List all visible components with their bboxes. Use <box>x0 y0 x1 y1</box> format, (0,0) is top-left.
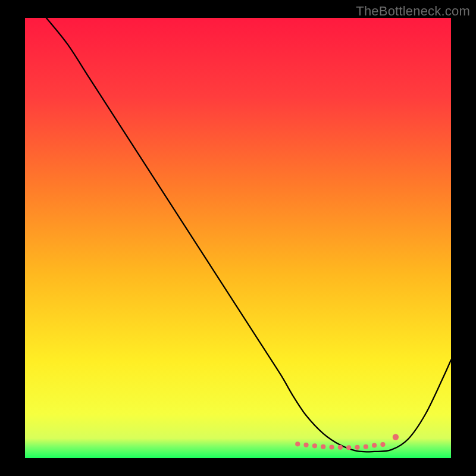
marker-dot <box>338 445 343 450</box>
marker-dot <box>380 442 385 447</box>
marker-dot <box>393 434 399 440</box>
marker-dot <box>355 445 359 450</box>
marker-dot <box>372 443 377 447</box>
marker-dot <box>364 444 368 449</box>
gradient-background <box>25 18 451 458</box>
marker-dot <box>329 444 334 449</box>
marker-dot <box>312 443 317 448</box>
marker-dot <box>321 444 325 449</box>
marker-dot <box>295 441 300 446</box>
watermark-text: TheBottleneck.com <box>356 4 470 19</box>
chart-frame: TheBottleneck.com <box>0 0 476 476</box>
marker-dot <box>346 445 351 450</box>
bottleneck-chart <box>25 18 451 458</box>
marker-dot <box>303 443 308 447</box>
